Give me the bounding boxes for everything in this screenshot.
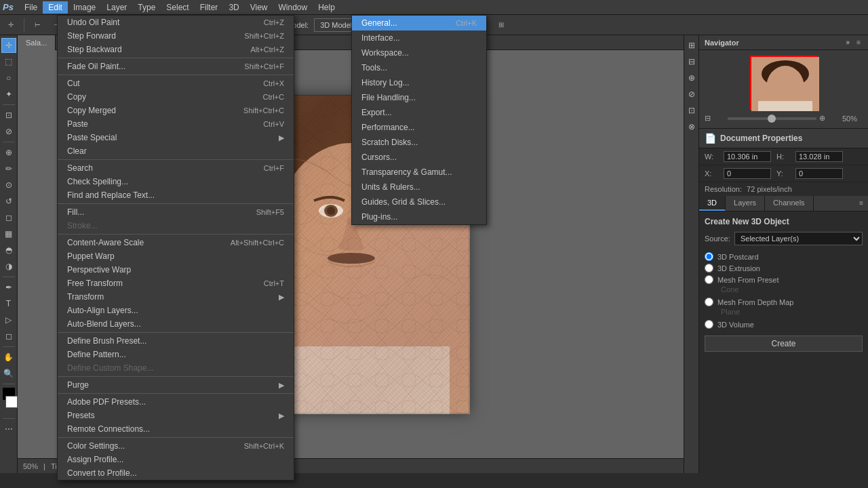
zoom-out-icon[interactable]: ⊟ <box>705 114 725 123</box>
menu-image[interactable]: Image <box>68 1 101 14</box>
blur-tool[interactable]: ◓ <box>1 243 16 258</box>
submenu-item-plug-ins---[interactable]: Plug-ins... <box>352 209 486 224</box>
menu-item-paste-special[interactable]: Paste Special▶ <box>58 131 294 144</box>
menu-item-presets[interactable]: Presets▶ <box>58 409 294 422</box>
panel-icon-4[interactable]: ⊘ <box>684 87 699 102</box>
submenu-item-general---[interactable]: General...Ctrl+K <box>352 16 486 30</box>
source-dropdown[interactable]: Selected Layer(s) <box>734 232 863 245</box>
document-tab[interactable]: Sala... <box>18 35 56 50</box>
submenu-item-performance---[interactable]: Performance... <box>352 120 486 135</box>
menu-item-step-forward[interactable]: Step ForwardShift+Ctrl+Z <box>58 29 294 43</box>
postcard-option[interactable]: 3D Postcard <box>705 251 863 262</box>
menu-item-cut[interactable]: CutCtrl+X <box>58 77 294 90</box>
submenu-item-guides--grid---slices---[interactable]: Guides, Grid & Slices... <box>352 195 486 209</box>
zoom-in-icon[interactable]: ⊕ <box>819 114 840 123</box>
menu-item-adobe-pdf-presets---[interactable]: Adobe PDF Presets... <box>58 395 294 409</box>
menu-item-free-transform[interactable]: Free TransformCtrl+T <box>58 277 294 290</box>
menu-item-fade-oil-paint---[interactable]: Fade Oil Paint...Shift+Ctrl+F <box>58 60 294 73</box>
menu-3d[interactable]: 3D <box>223 1 244 14</box>
gradient-tool[interactable]: ▦ <box>1 226 16 241</box>
submenu-item-cursors---[interactable]: Cursors... <box>352 150 486 165</box>
move-tool[interactable]: ✛ <box>1 38 16 53</box>
magic-wand-tool[interactable]: ✦ <box>1 87 16 102</box>
hand-tool[interactable]: ✋ <box>1 350 16 365</box>
menu-item-content-aware-scale[interactable]: Content-Aware ScaleAlt+Shift+Ctrl+C <box>58 236 294 249</box>
menu-item-step-backward[interactable]: Step BackwardAlt+Ctrl+Z <box>58 43 294 56</box>
menu-window[interactable]: Window <box>273 1 313 14</box>
submenu-item-interface---[interactable]: Interface... <box>352 30 486 45</box>
submenu-item-export---[interactable]: Export... <box>352 105 486 120</box>
grid-btn[interactable]: ⊞ <box>493 17 509 33</box>
mesh-preset-option[interactable]: Mesh From Preset <box>705 274 863 285</box>
panel-icon-1[interactable]: ⊞ <box>684 38 699 53</box>
path-select-tool[interactable]: ▷ <box>1 312 16 327</box>
create-button[interactable]: Create <box>705 336 863 352</box>
extrusion-radio[interactable] <box>705 264 713 272</box>
menu-item-convert-to-profile---[interactable]: Convert to Profile... <box>58 466 294 480</box>
menu-select[interactable]: Select <box>161 1 194 14</box>
menu-layer[interactable]: Layer <box>101 1 132 14</box>
brush-tool[interactable]: ✏ <box>1 161 16 176</box>
submenu-item-file-handling---[interactable]: File Handling... <box>352 90 486 105</box>
menu-item-purge[interactable]: Purge▶ <box>58 378 294 392</box>
history-brush-tool[interactable]: ↺ <box>1 194 16 209</box>
menu-view[interactable]: View <box>245 1 273 14</box>
stamp-tool[interactable]: ⊙ <box>1 178 16 192</box>
menu-item-color-settings---[interactable]: Color Settings...Shift+Ctrl+K <box>58 439 294 453</box>
selection-tool[interactable]: ⬚ <box>1 54 16 69</box>
extrusion-option[interactable]: 3D Extrusion <box>705 262 863 274</box>
menu-item-assign-profile---[interactable]: Assign Profile... <box>58 453 294 466</box>
menu-file[interactable]: File <box>19 1 43 14</box>
dodge-tool[interactable]: ◑ <box>1 259 16 274</box>
menu-item-copy[interactable]: CopyCtrl+C <box>58 90 294 104</box>
zoom-tool[interactable]: 🔍 <box>1 366 16 381</box>
menu-item-check-spelling---[interactable]: Check Spelling... <box>58 175 294 188</box>
menu-item-auto-align-layers---[interactable]: Auto-Align Layers... <box>58 304 294 317</box>
navigator-menu-icon[interactable]: ≡ <box>854 38 863 47</box>
panel-icon-5[interactable]: ⊡ <box>684 103 699 118</box>
menu-item-search[interactable]: SearchCtrl+F <box>58 161 294 175</box>
submenu-item-tools---[interactable]: Tools... <box>352 60 486 75</box>
menu-item-find-and-replace-text---[interactable]: Find and Replace Text... <box>58 188 294 202</box>
menu-item-copy-merged[interactable]: Copy MergedShift+Ctrl+C <box>58 104 294 117</box>
eraser-tool[interactable]: ◻ <box>1 210 16 225</box>
menu-item-define-brush-preset---[interactable]: Define Brush Preset... <box>58 334 294 348</box>
menu-item-undo-oil-paint[interactable]: Undo Oil PaintCtrl+Z <box>58 16 294 29</box>
submenu-item-scratch-disks---[interactable]: Scratch Disks... <box>352 135 486 150</box>
shape-tool[interactable]: ◻ <box>1 329 16 344</box>
extra-tools[interactable]: ⋯ <box>1 422 16 436</box>
lasso-tool[interactable]: ○ <box>1 70 16 85</box>
mesh-preset-radio[interactable] <box>705 275 713 284</box>
submenu-item-units---rulers---[interactable]: Units & Rulers... <box>352 180 486 195</box>
zoom-slider[interactable] <box>728 117 816 120</box>
menu-filter[interactable]: Filter <box>195 1 224 14</box>
menu-item-define-pattern---[interactable]: Define Pattern... <box>58 348 294 361</box>
menu-item-remote-connections---[interactable]: Remote Connections... <box>58 422 294 436</box>
menu-item-clear[interactable]: Clear <box>58 144 294 158</box>
volume-option[interactable]: 3D Volume <box>705 319 863 330</box>
healing-tool[interactable]: ⊕ <box>1 145 16 160</box>
menu-item-auto-blend-layers---[interactable]: Auto-Blend Layers... <box>58 317 294 331</box>
panel-menu-icon[interactable]: ≡ <box>857 199 865 208</box>
align-left-btn[interactable]: ⊢ <box>29 17 45 33</box>
menu-help[interactable]: Help <box>313 1 340 14</box>
background-color[interactable] <box>5 396 18 408</box>
submenu-item-history-log---[interactable]: History Log... <box>352 75 486 90</box>
menu-item-perspective-warp[interactable]: Perspective Warp <box>58 263 294 277</box>
menu-item-transform[interactable]: Transform▶ <box>58 290 294 304</box>
y-input[interactable] <box>795 168 843 179</box>
tab-3d[interactable]: 3D <box>699 196 726 211</box>
x-input[interactable] <box>724 168 771 179</box>
navigator-expand-icon[interactable]: » <box>844 38 852 47</box>
zoom-level[interactable]: 50% <box>23 462 38 470</box>
panel-icon-2[interactable]: ⊟ <box>684 54 699 69</box>
depth-map-option[interactable]: Mesh From Depth Map <box>705 296 863 308</box>
depth-map-radio[interactable] <box>705 298 713 306</box>
panel-icon-6[interactable]: ⊗ <box>684 119 699 134</box>
panel-icon-3[interactable]: ⊕ <box>684 70 699 85</box>
move-tool-btn[interactable]: ✛ <box>3 17 19 33</box>
menu-item-puppet-warp[interactable]: Puppet Warp <box>58 249 294 263</box>
submenu-item-workspace---[interactable]: Workspace... <box>352 45 486 60</box>
submenu-item-transparency---gamut---[interactable]: Transparency & Gamut... <box>352 165 486 180</box>
menu-item-paste[interactable]: PasteCtrl+V <box>58 117 294 131</box>
